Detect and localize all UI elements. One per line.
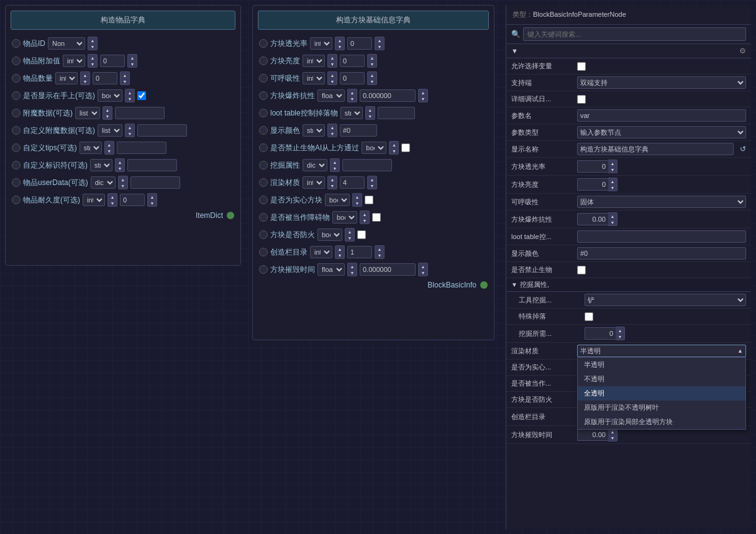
block-brightness-value[interactable]: [340, 55, 365, 67]
render-mat-type[interactable]: int: [303, 176, 325, 189]
render-mat-option-3[interactable]: 原版用于渲染不透明树叶: [578, 400, 745, 415]
magic-data-arrows[interactable]: ▲ ▼: [102, 106, 112, 120]
explosion-resist-type[interactable]: float: [317, 89, 345, 102]
block-opacity-value[interactable]: [347, 37, 372, 50]
is-fireproof-check[interactable]: [357, 230, 366, 239]
refresh-icon[interactable]: ↺: [740, 145, 746, 153]
is-solid-type[interactable]: bool: [325, 194, 350, 206]
create-dir-value[interactable]: [347, 246, 372, 258]
item-id-up[interactable]: ▲: [88, 37, 97, 43]
magic-data-value[interactable]: [115, 107, 165, 119]
loot-table-radio[interactable]: [259, 109, 268, 117]
show-hand-arrows[interactable]: ▲ ▼: [125, 89, 135, 102]
custom-id-radio[interactable]: [12, 161, 20, 170]
custom-magic-radio[interactable]: [12, 126, 20, 135]
is-obstacle-check[interactable]: [372, 213, 381, 222]
render-mat-radio[interactable]: [259, 178, 268, 187]
is-fireproof-radio[interactable]: [259, 230, 268, 239]
render-mat-dropdown-trigger[interactable]: 半透明 ▲: [577, 345, 746, 357]
custom-tips-radio[interactable]: [12, 143, 20, 152]
create-dir-radio[interactable]: [259, 248, 268, 256]
custom-magic-type[interactable]: list: [98, 124, 122, 137]
item-bonus-type[interactable]: int: [63, 55, 85, 67]
custom-id-value[interactable]: [127, 159, 177, 171]
dig-props-type[interactable]: dict: [303, 159, 327, 171]
is-solid-radio[interactable]: [259, 196, 268, 204]
render-mat-option-1[interactable]: 不透明: [578, 372, 745, 386]
debug-date-check[interactable]: [577, 95, 586, 104]
section-collapse-arrow[interactable]: ▼: [511, 47, 518, 55]
durability-spin[interactable]: ▲ ▼: [147, 193, 157, 207]
is-obstacle-radio[interactable]: [259, 213, 268, 222]
is-obstacle-type[interactable]: bool: [332, 211, 357, 224]
display-name-input[interactable]: [577, 143, 734, 155]
item-bonus-radio[interactable]: [12, 57, 20, 65]
dig-level-input[interactable]: [585, 327, 616, 340]
item-count-type[interactable]: int: [55, 72, 78, 84]
breathability-value[interactable]: [340, 72, 365, 84]
user-data-arrows[interactable]: ▲ ▼: [118, 176, 128, 189]
no-ai-pass-radio[interactable]: [259, 143, 268, 152]
magic-data-type[interactable]: list: [75, 107, 100, 119]
durability-type[interactable]: int: [83, 194, 105, 206]
explosion-resist-r-input[interactable]: [577, 213, 608, 225]
display-color-type[interactable]: str: [303, 124, 325, 137]
render-mat-option-0[interactable]: 半透明: [578, 358, 745, 372]
block-opacity-radio[interactable]: [259, 39, 268, 48]
breathability-type[interactable]: int: [303, 72, 325, 84]
display-color-radio[interactable]: [259, 126, 268, 135]
durability-value[interactable]: [120, 194, 145, 206]
dig-props-radio[interactable]: [259, 161, 268, 170]
block-brightness-r-input[interactable]: [577, 178, 608, 191]
dig-level-arrows[interactable]: ▲ ▼: [616, 327, 625, 340]
tool-type-select[interactable]: 铲 镐 斧: [585, 294, 746, 306]
explosion-resist-value[interactable]: [360, 89, 416, 102]
item-count-radio[interactable]: [12, 74, 20, 83]
loot-table-r-input[interactable]: [577, 230, 746, 243]
allow-var-check[interactable]: [577, 62, 586, 71]
block-opacity-r-arrows[interactable]: ▲ ▼: [608, 160, 617, 173]
item-id-down[interactable]: ▼: [88, 43, 97, 50]
destroy-time-radio[interactable]: [259, 265, 268, 274]
display-color-r-input[interactable]: [577, 247, 746, 260]
item-bonus-value[interactable]: [100, 55, 125, 67]
durability-radio[interactable]: [12, 196, 20, 204]
block-opacity-r-input[interactable]: [577, 160, 608, 173]
destroy-time-r-input[interactable]: [577, 428, 608, 441]
custom-magic-value[interactable]: [137, 124, 187, 137]
custom-id-type[interactable]: str: [90, 159, 112, 171]
dig-props-value[interactable]: [342, 159, 392, 171]
gear-settings-icon[interactable]: ⚙: [739, 47, 746, 55]
dig-subsection-header[interactable]: ▼ 挖掘属性,: [506, 278, 751, 292]
user-data-type[interactable]: dict: [91, 176, 116, 189]
no-ai-pass-check[interactable]: [401, 143, 410, 152]
magic-data-radio[interactable]: [12, 109, 20, 117]
is-solid-check[interactable]: [365, 196, 373, 204]
no-ai-r-check[interactable]: [577, 266, 586, 274]
user-data-value[interactable]: [130, 176, 180, 189]
no-ai-pass-type[interactable]: bool: [362, 142, 386, 154]
loot-table-value[interactable]: [378, 107, 415, 119]
dig-collapse-arrow[interactable]: ▼: [511, 281, 517, 288]
create-dir-type[interactable]: int: [310, 246, 332, 258]
block-opacity-arrows[interactable]: ▲ ▼: [335, 37, 345, 50]
loot-table-type[interactable]: str: [340, 107, 363, 119]
show-hand-type[interactable]: bool: [98, 89, 122, 102]
block-brightness-r-arrows[interactable]: ▲ ▼: [608, 178, 617, 191]
item-id-arrows[interactable]: ▲ ▼: [88, 37, 98, 50]
custom-tips-value[interactable]: [117, 142, 166, 154]
show-hand-radio[interactable]: [12, 91, 20, 100]
render-mat-value[interactable]: [340, 176, 365, 189]
destroy-time-r-arrows[interactable]: ▲ ▼: [608, 428, 617, 441]
breathability-r-select[interactable]: 固体 液体 气体: [577, 196, 746, 208]
item-id-radio[interactable]: [12, 39, 20, 48]
block-opacity-type[interactable]: int: [310, 37, 332, 50]
support-side-select[interactable]: 双端支持 仅客户端 仅服务端: [577, 76, 746, 89]
custom-id-arrows[interactable]: ▲ ▼: [115, 158, 125, 172]
is-fireproof-type[interactable]: bool: [317, 229, 342, 241]
display-color-value[interactable]: [340, 124, 377, 137]
custom-tips-arrows[interactable]: ▲ ▼: [104, 141, 114, 155]
user-data-radio[interactable]: [12, 178, 20, 187]
destroy-time-type[interactable]: float: [317, 263, 345, 276]
breathability-radio[interactable]: [259, 74, 268, 83]
